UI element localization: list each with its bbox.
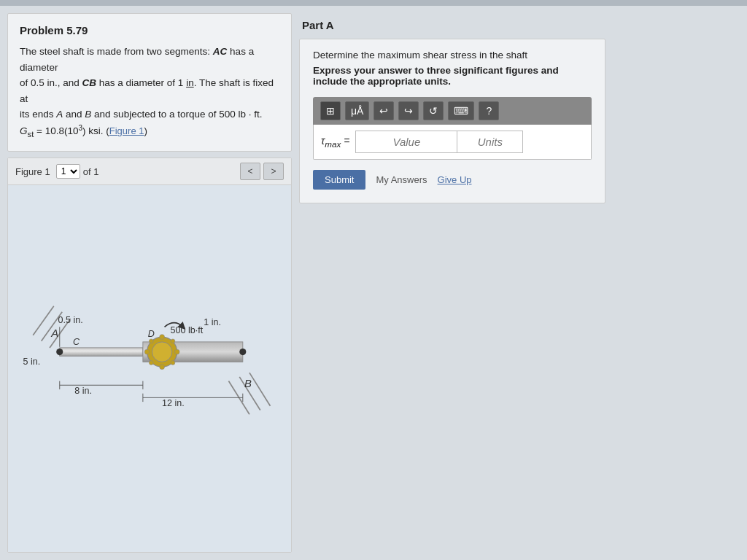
refresh-icon: ↺ (429, 105, 438, 117)
figure-counter: 1 of 1 (56, 164, 99, 179)
svg-point-16 (171, 339, 175, 343)
help-button[interactable]: ? (479, 101, 499, 120)
diagram-svg: A C B D 0.5 in. 5 in. 8 in. (8, 185, 291, 552)
matrix-button[interactable]: ⊞ (320, 101, 341, 120)
figure-select[interactable]: 1 (56, 164, 80, 179)
B-label: B (85, 109, 91, 120)
redo-icon: ↪ (404, 105, 413, 117)
refresh-button[interactable]: ↺ (423, 101, 444, 120)
part-header: Part A (299, 13, 740, 39)
left-panel: Problem 5.79 The steel shaft is made fro… (7, 13, 292, 553)
undo-icon: ↩ (379, 105, 388, 117)
svg-text:8 in.: 8 in. (74, 386, 92, 396)
svg-point-15 (149, 361, 153, 365)
prev-button[interactable]: < (240, 163, 260, 180)
figure-label: Figure 1 (15, 166, 50, 177)
in-underline: in (186, 77, 194, 88)
svg-text:5 in.: 5 in. (23, 357, 41, 367)
svg-text:B: B (244, 378, 252, 389)
svg-line-5 (249, 373, 271, 406)
svg-point-17 (171, 361, 175, 365)
svg-point-10 (160, 335, 165, 340)
svg-point-21 (239, 349, 246, 355)
figure-canvas: A C B D 0.5 in. 5 in. 8 in. (8, 185, 291, 552)
problem-line1: The steel shaft is made from two segment… (20, 46, 254, 73)
help-icon: ? (487, 105, 492, 117)
submit-button[interactable]: Submit (313, 170, 365, 190)
svg-text:C: C (73, 338, 80, 348)
svg-text:D: D (148, 329, 155, 339)
problem-title: Problem 5.79 (20, 24, 279, 36)
matrix-icon: ⊞ (326, 105, 335, 117)
answer-instruction: Determine the maximum shear stress in th… (313, 50, 592, 61)
problem-line3: its ends A and B and subjected to a torq… (20, 109, 263, 120)
svg-text:1 in.: 1 in. (204, 317, 221, 327)
my-answers-link[interactable]: My Answers (376, 174, 427, 185)
input-row: τmax = (313, 125, 592, 160)
give-up-link[interactable]: Give Up (438, 174, 472, 185)
main-container: Problem 5.79 The steel shaft is made fro… (0, 6, 747, 560)
answer-box: Determine the maximum shear stress in th… (299, 39, 605, 203)
of-label: of 1 (83, 166, 99, 177)
svg-text:12 in.: 12 in. (162, 398, 185, 408)
problem-line4: Gst = 10.8(103) ksi. (Figure 1) (20, 125, 147, 136)
svg-text:0.5 in.: 0.5 in. (58, 315, 82, 325)
redo-button[interactable]: ↪ (398, 101, 419, 120)
max-sub: max (325, 139, 341, 149)
answer-express: Express your answer to three significant… (313, 65, 592, 87)
figure-panel: Figure 1 1 of 1 < > (7, 158, 292, 553)
value-input[interactable] (355, 131, 457, 153)
A-label: A (56, 109, 63, 120)
figure-nav: < > (240, 163, 284, 180)
figure-link[interactable]: Figure 1 (109, 125, 144, 136)
keyboard-button[interactable]: ⌨ (448, 101, 474, 120)
toolbar: ⊞ μÅ ↩ ↪ ↺ ⌨ ? (313, 97, 592, 125)
svg-point-9 (152, 342, 171, 362)
keyboard-icon: ⌨ (454, 105, 468, 117)
svg-point-18 (56, 349, 63, 355)
svg-point-13 (174, 349, 179, 354)
mu-button[interactable]: μÅ (345, 101, 369, 120)
G-label: G (20, 125, 28, 136)
undo-button[interactable]: ↩ (374, 101, 394, 120)
problem-text: The steel shaft is made from two segment… (20, 44, 279, 141)
problem-line2: of 0.5 in., and CB has a diameter of 1 i… (20, 77, 274, 104)
st-sub: st (28, 130, 34, 139)
svg-text:500 lb·ft: 500 lb·ft (171, 326, 204, 336)
AC-label: AC (213, 46, 228, 57)
action-row: Submit My Answers Give Up (313, 170, 592, 190)
svg-point-11 (160, 365, 165, 370)
figure-header: Figure 1 1 of 1 < > (8, 158, 291, 185)
problem-box: Problem 5.79 The steel shaft is made fro… (7, 13, 292, 152)
next-button[interactable]: > (263, 163, 284, 180)
top-bar (0, 0, 747, 6)
exp-sup: 3 (78, 124, 82, 132)
units-input[interactable] (457, 131, 523, 153)
right-panel: Part A Determine the maximum shear stres… (299, 13, 740, 553)
tau-label: τmax = (321, 135, 349, 149)
svg-rect-6 (60, 348, 143, 356)
svg-point-12 (144, 349, 150, 354)
mu-icon: μÅ (351, 105, 363, 117)
CB-label: CB (82, 77, 97, 88)
svg-text:A: A (50, 327, 58, 339)
svg-point-14 (149, 339, 153, 343)
